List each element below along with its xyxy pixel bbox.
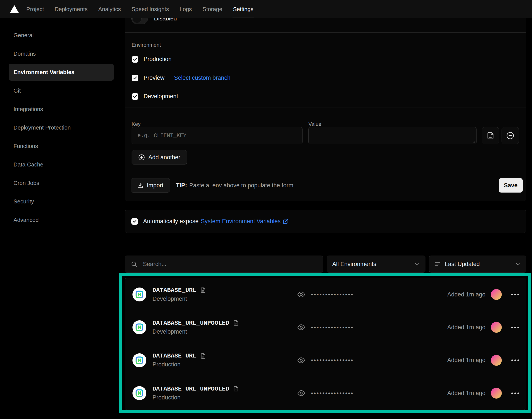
env-var-text: DATABASE_URL_UNPOOLED Development [152, 320, 239, 335]
row-meta: Added 1m ago [447, 322, 519, 333]
development-checkbox[interactable] [132, 93, 138, 100]
eye-icon[interactable] [297, 389, 305, 397]
avatar [491, 322, 502, 333]
sidebar-item-cron-jobs[interactable]: Cron Jobs [9, 174, 114, 191]
table-row[interactable]: DATABASE_URL Development •••••••••••••••… [125, 278, 526, 311]
divider [132, 87, 526, 87]
tip-label: TIP: [176, 182, 187, 189]
sidebar-item-data-cache[interactable]: Data Cache [9, 156, 114, 173]
env-var-list: DATABASE_URL Development •••••••••••••••… [125, 278, 526, 410]
tab-logs[interactable]: Logs [180, 0, 192, 18]
add-another-button[interactable]: Add another [132, 150, 187, 165]
masked-value-group: ••••••••••••••• [297, 356, 354, 365]
tab-storage[interactable]: Storage [203, 0, 222, 18]
file-text-icon [487, 132, 494, 140]
search-box [125, 256, 323, 273]
paste-env-button[interactable] [482, 127, 499, 144]
environment-filter-dropdown[interactable]: All Environments [327, 256, 425, 273]
env-var-text: DATABASE_URL_UNPOOLED Production [152, 386, 239, 401]
sidebar-item-deployment-protection[interactable]: Deployment Protection [9, 119, 114, 136]
sidebar-item-functions[interactable]: Functions [9, 138, 114, 155]
auto-expose-prefix: Automatically expose [143, 218, 199, 225]
auto-expose-checkbox[interactable] [131, 218, 138, 225]
tab-speed-insights[interactable]: Speed Insights [132, 0, 169, 18]
added-timestamp: Added 1m ago [447, 324, 485, 331]
tab-analytics[interactable]: Analytics [98, 0, 121, 18]
note-icon[interactable] [233, 320, 239, 326]
import-button[interactable]: Import [131, 178, 170, 193]
search-input[interactable] [143, 256, 323, 272]
env-var-key: DATABASE_URL_UNPOOLED [152, 386, 229, 392]
env-var-environment: Development [152, 296, 206, 302]
masked-value: ••••••••••••••• [311, 390, 354, 397]
development-label: Development [144, 93, 178, 100]
sidebar-item-advanced[interactable]: Advanced [9, 211, 114, 228]
sidebar-item-security[interactable]: Security [9, 193, 114, 210]
table-row[interactable]: DATABASE_URL Production ••••••••••••••• … [125, 344, 526, 377]
table-row[interactable]: DATABASE_URL_UNPOOLED Development ••••••… [125, 311, 526, 344]
note-icon[interactable] [233, 386, 239, 392]
divider [125, 32, 526, 33]
row-menu-button[interactable] [511, 325, 519, 329]
check-icon [133, 76, 137, 80]
tab-deployments[interactable]: Deployments [55, 0, 88, 18]
key-input-box [132, 127, 302, 144]
env-var-environment: Production [152, 394, 239, 401]
tip-body: Paste a .env above to populate the form [189, 182, 293, 189]
import-label: Import [147, 182, 164, 189]
remove-row-button[interactable] [502, 127, 519, 144]
divider [125, 245, 526, 245]
check-icon [133, 219, 137, 224]
key-input[interactable] [132, 127, 302, 144]
nav-tabs: Project Deployments Analytics Speed Insi… [26, 0, 253, 18]
settings-sidebar: General Domains Environment Variables Gi… [9, 27, 114, 230]
filter-row: All Environments Last Updated [125, 256, 526, 273]
sort-dropdown[interactable]: Last Updated [429, 256, 526, 273]
sidebar-item-environment-variables[interactable]: Environment Variables [9, 64, 114, 81]
sort-lines-icon [434, 261, 441, 267]
select-custom-branch-link[interactable]: Select custom branch [174, 75, 231, 81]
environment-filter-value: All Environments [332, 261, 376, 268]
vercel-settings-page: Project Deployments Analytics Speed Insi… [0, 0, 532, 419]
note-icon[interactable] [200, 353, 206, 359]
resize-handle-icon[interactable] [472, 140, 475, 143]
vercel-logo-icon[interactable] [10, 5, 19, 13]
value-input[interactable] [309, 127, 476, 144]
eye-icon[interactable] [297, 323, 305, 331]
neon-logo-icon [135, 389, 144, 397]
added-timestamp: Added 1m ago [447, 390, 485, 397]
eye-icon[interactable] [297, 290, 305, 299]
masked-value-group: ••••••••••••••• [297, 290, 354, 299]
sidebar-item-integrations[interactable]: Integrations [9, 101, 114, 118]
avatar [491, 388, 502, 399]
neon-logo-icon [135, 323, 144, 331]
neon-integration-icon [133, 386, 146, 400]
table-row[interactable]: DATABASE_URL_UNPOOLED Production •••••••… [125, 377, 526, 410]
production-checkbox[interactable] [132, 56, 138, 63]
row-menu-button[interactable] [511, 358, 519, 362]
save-button[interactable]: Save [499, 178, 523, 193]
sort-value: Last Updated [445, 261, 480, 268]
masked-value: ••••••••••••••• [311, 357, 354, 364]
add-another-label: Add another [148, 154, 180, 161]
preview-checkbox[interactable] [132, 75, 138, 81]
row-meta: Added 1m ago [447, 388, 519, 399]
tab-settings[interactable]: Settings [233, 0, 253, 18]
sidebar-item-domains[interactable]: Domains [9, 45, 114, 62]
eye-icon[interactable] [297, 356, 305, 365]
row-menu-button[interactable] [511, 292, 519, 297]
check-icon [133, 94, 137, 99]
chevron-down-icon [515, 261, 521, 267]
env-var-text: DATABASE_URL Development [152, 287, 206, 302]
note-icon[interactable] [200, 287, 206, 293]
sidebar-item-git[interactable]: Git [9, 82, 114, 99]
plus-circle-icon [138, 154, 145, 161]
external-link-icon[interactable] [283, 218, 289, 224]
system-env-card: Automatically expose System Environment … [125, 210, 526, 233]
row-menu-button[interactable] [511, 391, 519, 395]
env-var-key: DATABASE_URL [152, 287, 196, 294]
tab-project[interactable]: Project [26, 0, 44, 18]
sidebar-item-general[interactable]: General [9, 27, 114, 44]
system-env-vars-link[interactable]: System Environment Variables [201, 218, 281, 225]
divider [125, 172, 526, 172]
